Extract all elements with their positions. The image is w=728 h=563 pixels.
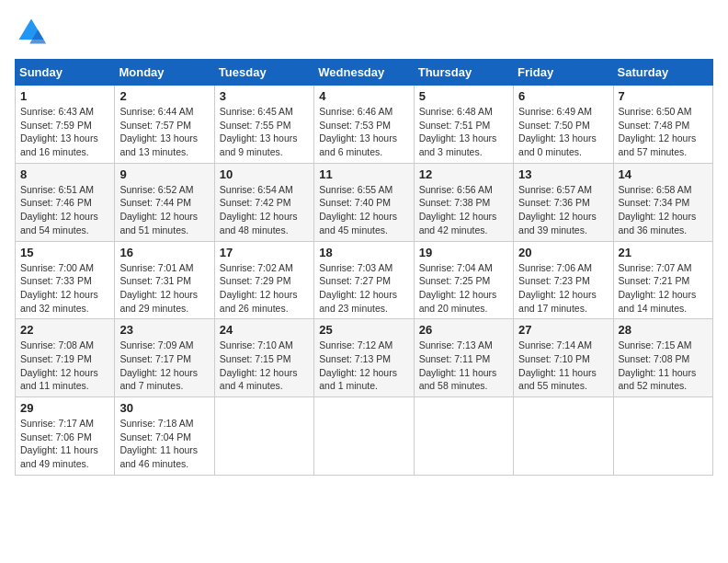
day-number: 6 bbox=[518, 89, 608, 103]
calendar-week-row: 15Sunrise: 7:00 AMSunset: 7:33 PMDayligh… bbox=[16, 241, 713, 319]
day-number: 12 bbox=[419, 167, 508, 181]
day-number: 15 bbox=[20, 246, 109, 259]
calendar-day-cell: 17Sunrise: 7:02 AMSunset: 7:29 PMDayligh… bbox=[214, 241, 313, 319]
calendar-day-cell: 15Sunrise: 7:00 AMSunset: 7:33 PMDayligh… bbox=[16, 241, 115, 319]
weekday-header-row: SundayMondayTuesdayWednesdayThursdayFrid… bbox=[16, 60, 713, 86]
calendar-day-cell bbox=[414, 397, 513, 476]
day-number: 23 bbox=[119, 323, 209, 337]
day-info: Sunrise: 6:43 AMSunset: 7:59 PMDaylight:… bbox=[20, 106, 98, 157]
day-info: Sunrise: 6:54 AMSunset: 7:42 PMDaylight:… bbox=[220, 184, 298, 236]
day-number: 17 bbox=[220, 246, 309, 259]
logo bbox=[15, 15, 53, 48]
calendar-day-cell: 6Sunrise: 6:49 AMSunset: 7:50 PMDaylight… bbox=[514, 86, 613, 164]
day-info: Sunrise: 7:14 AMSunset: 7:10 PMDaylight:… bbox=[518, 339, 597, 391]
day-number: 28 bbox=[619, 323, 708, 337]
day-info: Sunrise: 7:15 AMSunset: 7:08 PMDaylight:… bbox=[619, 339, 697, 391]
day-info: Sunrise: 7:10 AMSunset: 7:15 PMDaylight:… bbox=[220, 339, 298, 391]
calendar-day-cell: 29Sunrise: 7:17 AMSunset: 7:06 PMDayligh… bbox=[16, 397, 115, 476]
calendar-week-row: 8Sunrise: 6:51 AMSunset: 7:46 PMDaylight… bbox=[16, 163, 713, 241]
day-number: 27 bbox=[518, 323, 608, 337]
day-number: 20 bbox=[518, 246, 608, 259]
calendar-day-cell: 18Sunrise: 7:03 AMSunset: 7:27 PMDayligh… bbox=[314, 241, 414, 319]
weekday-header-cell: Thursday bbox=[414, 60, 513, 86]
calendar-day-cell: 26Sunrise: 7:13 AMSunset: 7:11 PMDayligh… bbox=[414, 319, 513, 397]
calendar-day-cell: 2Sunrise: 6:44 AMSunset: 7:57 PMDaylight… bbox=[115, 86, 214, 164]
day-info: Sunrise: 6:44 AMSunset: 7:57 PMDaylight:… bbox=[119, 106, 198, 157]
day-info: Sunrise: 7:04 AMSunset: 7:25 PMDaylight:… bbox=[419, 262, 497, 314]
calendar-day-cell: 5Sunrise: 6:48 AMSunset: 7:51 PMDaylight… bbox=[414, 86, 513, 164]
calendar-day-cell: 25Sunrise: 7:12 AMSunset: 7:13 PMDayligh… bbox=[314, 319, 414, 397]
calendar-day-cell: 16Sunrise: 7:01 AMSunset: 7:31 PMDayligh… bbox=[115, 241, 214, 319]
day-info: Sunrise: 6:46 AMSunset: 7:53 PMDaylight:… bbox=[319, 106, 397, 157]
day-info: Sunrise: 7:09 AMSunset: 7:17 PMDaylight:… bbox=[119, 339, 198, 391]
calendar-week-row: 22Sunrise: 7:08 AMSunset: 7:19 PMDayligh… bbox=[16, 319, 713, 397]
day-number: 21 bbox=[619, 246, 708, 259]
calendar-day-cell bbox=[314, 397, 414, 476]
day-info: Sunrise: 7:08 AMSunset: 7:19 PMDaylight:… bbox=[20, 339, 98, 391]
weekday-header-cell: Wednesday bbox=[314, 60, 414, 86]
calendar-day-cell: 21Sunrise: 7:07 AMSunset: 7:21 PMDayligh… bbox=[613, 241, 712, 319]
day-number: 22 bbox=[20, 323, 109, 337]
day-number: 4 bbox=[319, 89, 408, 103]
calendar-table: SundayMondayTuesdayWednesdayThursdayFrid… bbox=[15, 59, 713, 476]
calendar-day-cell bbox=[514, 397, 613, 476]
day-number: 7 bbox=[619, 89, 708, 103]
day-info: Sunrise: 6:56 AMSunset: 7:38 PMDaylight:… bbox=[419, 184, 497, 236]
day-number: 26 bbox=[419, 323, 508, 337]
calendar-day-cell: 24Sunrise: 7:10 AMSunset: 7:15 PMDayligh… bbox=[214, 319, 313, 397]
day-info: Sunrise: 7:18 AMSunset: 7:04 PMDaylight:… bbox=[119, 418, 198, 469]
calendar-week-row: 29Sunrise: 7:17 AMSunset: 7:06 PMDayligh… bbox=[16, 397, 713, 476]
day-number: 14 bbox=[619, 167, 708, 181]
calendar-day-cell: 19Sunrise: 7:04 AMSunset: 7:25 PMDayligh… bbox=[414, 241, 513, 319]
day-number: 11 bbox=[319, 167, 408, 181]
day-number: 8 bbox=[20, 167, 109, 181]
calendar-week-row: 1Sunrise: 6:43 AMSunset: 7:59 PMDaylight… bbox=[16, 86, 713, 164]
calendar-body: 1Sunrise: 6:43 AMSunset: 7:59 PMDaylight… bbox=[16, 86, 713, 476]
logo-icon bbox=[15, 15, 48, 48]
day-number: 25 bbox=[319, 323, 408, 337]
day-info: Sunrise: 7:13 AMSunset: 7:11 PMDaylight:… bbox=[419, 339, 497, 391]
calendar-day-cell: 7Sunrise: 6:50 AMSunset: 7:48 PMDaylight… bbox=[613, 86, 712, 164]
day-info: Sunrise: 6:49 AMSunset: 7:50 PMDaylight:… bbox=[518, 106, 597, 157]
weekday-header-cell: Tuesday bbox=[214, 60, 313, 86]
day-number: 1 bbox=[20, 89, 109, 103]
calendar-day-cell: 8Sunrise: 6:51 AMSunset: 7:46 PMDaylight… bbox=[16, 163, 115, 241]
day-info: Sunrise: 6:48 AMSunset: 7:51 PMDaylight:… bbox=[419, 106, 497, 157]
calendar-day-cell: 12Sunrise: 6:56 AMSunset: 7:38 PMDayligh… bbox=[414, 163, 513, 241]
day-info: Sunrise: 6:45 AMSunset: 7:55 PMDaylight:… bbox=[220, 106, 298, 157]
day-info: Sunrise: 7:06 AMSunset: 7:23 PMDaylight:… bbox=[518, 262, 597, 314]
calendar-day-cell: 27Sunrise: 7:14 AMSunset: 7:10 PMDayligh… bbox=[514, 319, 613, 397]
calendar-day-cell: 14Sunrise: 6:58 AMSunset: 7:34 PMDayligh… bbox=[613, 163, 712, 241]
day-info: Sunrise: 6:58 AMSunset: 7:34 PMDaylight:… bbox=[619, 184, 697, 236]
calendar-day-cell: 9Sunrise: 6:52 AMSunset: 7:44 PMDaylight… bbox=[115, 163, 214, 241]
calendar-day-cell bbox=[214, 397, 313, 476]
day-info: Sunrise: 7:12 AMSunset: 7:13 PMDaylight:… bbox=[319, 339, 397, 391]
day-number: 18 bbox=[319, 246, 408, 259]
day-info: Sunrise: 6:51 AMSunset: 7:46 PMDaylight:… bbox=[20, 184, 98, 236]
day-number: 29 bbox=[20, 401, 109, 415]
calendar-day-cell: 22Sunrise: 7:08 AMSunset: 7:19 PMDayligh… bbox=[16, 319, 115, 397]
calendar-day-cell: 1Sunrise: 6:43 AMSunset: 7:59 PMDaylight… bbox=[16, 86, 115, 164]
day-info: Sunrise: 7:02 AMSunset: 7:29 PMDaylight:… bbox=[220, 262, 298, 314]
calendar-day-cell: 10Sunrise: 6:54 AMSunset: 7:42 PMDayligh… bbox=[214, 163, 313, 241]
calendar-day-cell bbox=[613, 397, 712, 476]
day-info: Sunrise: 7:03 AMSunset: 7:27 PMDaylight:… bbox=[319, 262, 397, 314]
day-number: 30 bbox=[119, 401, 209, 415]
day-number: 16 bbox=[119, 246, 209, 259]
day-number: 10 bbox=[220, 167, 309, 181]
day-number: 19 bbox=[419, 246, 508, 259]
day-info: Sunrise: 6:55 AMSunset: 7:40 PMDaylight:… bbox=[319, 184, 397, 236]
weekday-header-cell: Sunday bbox=[16, 60, 115, 86]
day-info: Sunrise: 6:52 AMSunset: 7:44 PMDaylight:… bbox=[119, 184, 198, 236]
calendar-day-cell: 4Sunrise: 6:46 AMSunset: 7:53 PMDaylight… bbox=[314, 86, 414, 164]
calendar-day-cell: 30Sunrise: 7:18 AMSunset: 7:04 PMDayligh… bbox=[115, 397, 214, 476]
day-number: 2 bbox=[119, 89, 209, 103]
day-number: 13 bbox=[518, 167, 608, 181]
header bbox=[15, 15, 713, 48]
calendar-day-cell: 20Sunrise: 7:06 AMSunset: 7:23 PMDayligh… bbox=[514, 241, 613, 319]
calendar-day-cell: 3Sunrise: 6:45 AMSunset: 7:55 PMDaylight… bbox=[214, 86, 313, 164]
day-number: 9 bbox=[119, 167, 209, 181]
weekday-header-cell: Saturday bbox=[613, 60, 712, 86]
calendar-day-cell: 23Sunrise: 7:09 AMSunset: 7:17 PMDayligh… bbox=[115, 319, 214, 397]
day-info: Sunrise: 7:07 AMSunset: 7:21 PMDaylight:… bbox=[619, 262, 697, 314]
